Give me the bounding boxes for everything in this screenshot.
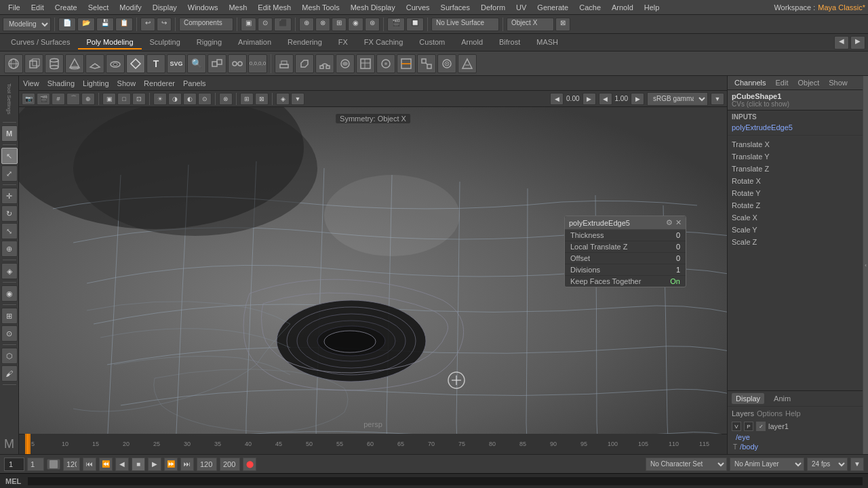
mel-input[interactable] — [28, 477, 863, 485]
range-start-input[interactable] — [27, 458, 44, 471]
vp-gamma-dec[interactable]: ◀ — [599, 93, 612, 105]
fps-select[interactable]: 24 fps — [807, 458, 848, 471]
shelf-tab-rendering[interactable]: Rendering — [279, 36, 330, 49]
select-tool[interactable]: ↖ — [1, 148, 18, 164]
scale-tool[interactable]: ⤡ — [1, 223, 18, 239]
shelf-icon-torus[interactable] — [106, 54, 125, 73]
vp-light-toggle[interactable]: ☀ — [153, 93, 167, 105]
paint-effects-btn[interactable]: 🖌 — [1, 365, 18, 382]
shelf-tab-custom[interactable]: Custom — [411, 36, 453, 49]
extrude-close-btn[interactable]: ✕ — [675, 218, 682, 227]
range-end2-input[interactable] — [197, 458, 217, 471]
extrude-keepfaces-value[interactable]: On — [667, 277, 680, 285]
shelf-tab-bifrost[interactable]: Bifrost — [491, 36, 528, 49]
layer-vis-v[interactable]: V — [732, 422, 741, 431]
ipr-btn[interactable]: 🔲 — [406, 18, 424, 31]
vp-manip-toggle[interactable]: ⊕ — [81, 93, 95, 105]
extrude-divisions-value[interactable]: 1 — [667, 266, 680, 274]
shelf-icon-cylinder[interactable] — [45, 54, 64, 73]
vp-menu-panels[interactable]: Panels — [183, 79, 206, 87]
tool-settings-label[interactable]: Tool Settings — [6, 79, 12, 119]
menu-surfaces[interactable]: Surfaces — [435, 2, 475, 13]
go-start-btn[interactable]: ⏮ — [83, 458, 96, 471]
shelf-tab-mash[interactable]: MASH — [528, 36, 566, 49]
range-display-input[interactable] — [63, 458, 80, 471]
extrude-offset-value[interactable]: 0 — [667, 254, 680, 262]
rp-tab-edit[interactable]: Edit — [772, 78, 791, 87]
vp-curve-toggle[interactable]: ⌒ — [66, 93, 80, 105]
shelf-icon-plane[interactable] — [85, 54, 104, 73]
shelf-tab-poly-modeling[interactable]: Poly Modeling — [78, 36, 141, 49]
vp-exposure-dec[interactable]: ◀ — [550, 93, 564, 105]
shelf-icon-grid-tool[interactable] — [356, 54, 375, 73]
shelf-icon-0000[interactable]: 0,0,0,0 — [248, 54, 267, 73]
vp-resolution-gate[interactable]: ⊞ — [240, 93, 254, 105]
extrude-localz-value[interactable]: 0 — [667, 243, 680, 251]
menu-arnold[interactable]: Arnold — [606, 2, 639, 13]
shelf-icon-fill-hole[interactable] — [336, 54, 355, 73]
paint-scene-btn[interactable]: ⬡ — [1, 348, 18, 364]
vp-color-settings-btn[interactable]: ▼ — [711, 93, 724, 105]
no-live-surface-btn[interactable]: No Live Surface — [431, 18, 499, 31]
shelf-scroll-right[interactable]: ▶ — [850, 36, 865, 49]
extrude-settings-btn[interactable]: ⚙ — [666, 218, 673, 227]
menu-deform[interactable]: Deform — [475, 2, 511, 13]
shelf-icon-multi-cut[interactable] — [397, 54, 416, 73]
anim-layer-select[interactable]: No Anim Layer — [730, 458, 804, 471]
menu-file[interactable]: File — [3, 2, 26, 13]
menu-edit-mesh[interactable]: Edit Mesh — [252, 2, 296, 13]
shelf-tab-curves[interactable]: Curves / Surfaces — [3, 36, 78, 49]
lasso-select-tool[interactable]: ⤢ — [1, 165, 18, 182]
input-node[interactable]: polyExtrudeEdge5 — [732, 123, 859, 132]
shelf-icon-reduce[interactable] — [458, 54, 477, 73]
rp-bottom-tab-anim[interactable]: Anim — [770, 393, 795, 404]
shelf-tab-animation[interactable]: Animation — [230, 36, 279, 49]
current-frame-input[interactable] — [4, 458, 24, 471]
help-tab[interactable]: Help — [785, 409, 801, 418]
shelf-icon-bevel[interactable] — [295, 54, 314, 73]
menu-mesh-tools[interactable]: Mesh Tools — [296, 2, 344, 13]
shelf-tab-fx[interactable]: FX — [330, 36, 356, 49]
layer-vis-check[interactable]: ✓ — [756, 422, 766, 431]
shelf-icon-combine[interactable] — [208, 54, 226, 73]
vp-ao-toggle[interactable]: ◐ — [183, 93, 197, 105]
soft-select-btn[interactable]: ◉ — [1, 285, 18, 302]
next-frame-btn[interactable]: ⏩ — [164, 458, 178, 471]
vp-xray-btn[interactable]: ◈ — [276, 93, 290, 105]
vp-color-space-select[interactable]: sRGB gamma — [647, 92, 708, 106]
layer-vis-p[interactable]: P — [744, 422, 753, 431]
vp-wireframe-toggle[interactable]: ⊙ — [198, 93, 212, 105]
menu-uv[interactable]: UV — [511, 2, 532, 13]
vp-exposure-inc[interactable]: ▶ — [583, 93, 596, 105]
cvs-hint[interactable]: CVs (click to show) — [732, 100, 859, 108]
shelf-icon-target-weld[interactable] — [437, 54, 456, 73]
timeline-area[interactable]: 5 10 15 20 25 30 35 40 45 50 55 60 65 70… — [19, 434, 727, 454]
menu-select[interactable]: Select — [83, 2, 115, 13]
layer-item-eye-name[interactable]: /eye — [736, 433, 750, 441]
vp-menu-lighting[interactable]: Lighting — [83, 79, 109, 87]
save-as-btn[interactable]: 📋 — [115, 18, 133, 31]
curve-snap-btn[interactable]: ⊛ — [365, 18, 380, 31]
shelf-icon-merge[interactable] — [228, 54, 247, 73]
shelf-tab-sculpting[interactable]: Sculpting — [142, 36, 189, 49]
layer1-name[interactable]: layer1 — [768, 422, 789, 430]
show-manipulator-btn[interactable]: ⊞ — [1, 308, 18, 324]
vp-camera-btn[interactable]: 📷 — [22, 93, 35, 105]
vp-menu-view[interactable]: View — [23, 79, 39, 87]
scene-hierarchy-btn[interactable]: M — [1, 125, 18, 142]
rp-tab-object[interactable]: Object — [795, 78, 822, 87]
vp-menu-show[interactable]: Show — [117, 79, 136, 87]
menu-windows[interactable]: Windows — [182, 2, 224, 13]
vp-menu-renderer[interactable]: Renderer — [144, 79, 175, 87]
universal-manip-btn[interactable]: ◈ — [1, 263, 18, 279]
shelf-icon-cone[interactable] — [65, 54, 84, 73]
shelf-icon-cube[interactable] — [24, 54, 43, 73]
shelf-icon-connect[interactable] — [417, 54, 436, 73]
shelf-icon-search[interactable]: 🔍 — [187, 54, 206, 73]
menu-create[interactable]: Create — [50, 2, 83, 13]
menu-generate[interactable]: Generate — [532, 2, 574, 13]
vp-show-btn[interactable]: ▼ — [291, 93, 304, 105]
options-tab[interactable]: Options — [757, 409, 783, 418]
shelf-icon-text[interactable]: T — [146, 54, 165, 73]
undo-btn[interactable]: ↩ — [140, 18, 155, 31]
